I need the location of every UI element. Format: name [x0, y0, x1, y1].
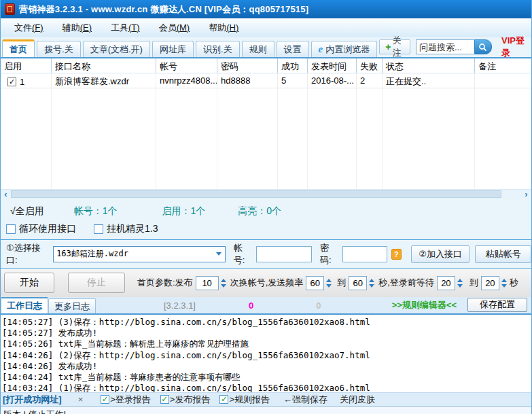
version-label: [3.2.3.1]	[164, 300, 196, 311]
table-empty-area	[1, 88, 531, 189]
force-save-link[interactable]: ←强制保存	[283, 394, 327, 406]
table-header: 启用 接口名称 帐号 密码 成功 发表时间 失败 状态 备注	[1, 58, 531, 73]
checked-checkbox-icon: ✓	[219, 395, 228, 404]
checkbox-icon	[6, 224, 16, 234]
bottom-options-bar: [打开成功网址] × ✓>登录报告 ✓>发布报告 ✓>规则报告 ←强制保存 关闭…	[1, 392, 531, 406]
tab-recognition[interactable]: 识别.关	[196, 41, 240, 57]
checked-checkbox-icon: ✓	[160, 395, 169, 404]
menu-file[interactable]: 文件F	[5, 19, 53, 37]
interface-dropdown[interactable]: 163邮箱注册.wzdr	[53, 246, 226, 262]
tab-home[interactable]: 首页	[2, 39, 35, 57]
row-password: hd8888	[217, 73, 278, 88]
join-interface-button[interactable]: ②加入接口	[411, 245, 470, 263]
col-fail[interactable]: 失败	[357, 58, 383, 73]
wait-from-stepper[interactable]	[457, 279, 463, 288]
row-post-time: 2016-08-...	[308, 73, 357, 88]
row-name: 新浪博客群发.wzdr	[52, 73, 156, 88]
row-index: 1	[20, 77, 24, 87]
col-note[interactable]: 备注	[475, 58, 531, 73]
horizontal-scrollbar[interactable]: ‹ ›	[1, 189, 531, 199]
select-all-toggle[interactable]: √全启用	[10, 205, 44, 218]
search-button[interactable]	[474, 39, 492, 54]
tab-dial[interactable]: 拨号.关	[37, 41, 81, 57]
count-gray: 0	[316, 300, 321, 311]
interface-table: 启用 接口名称 帐号 密码 成功 发表时间 失败 状态 备注 ✓1 新浪博客群发…	[1, 58, 531, 199]
title-bar: 营销神器3.2.3.1 - www.wzdr.cn 微赚达人.CN [VIP会员…	[1, 0, 531, 18]
chevron-down-icon[interactable]	[213, 247, 225, 262]
col-status[interactable]: 状态	[383, 58, 475, 73]
menu-help[interactable]: 帮助H	[199, 19, 248, 37]
count-pink: 0	[249, 300, 253, 311]
tab-builtin-browser[interactable]: e内置浏览器	[311, 41, 378, 57]
close-skin-link[interactable]: 关闭皮肤	[340, 394, 375, 406]
to-label-1: 到	[337, 277, 346, 289]
account-field[interactable]	[256, 246, 312, 262]
scroll-right-icon[interactable]: ›	[521, 190, 531, 199]
tab-article[interactable]: 文章(文档.开)	[83, 41, 150, 57]
freq-to-input[interactable]	[349, 276, 367, 290]
stat-highlight: 高亮：0个	[238, 205, 281, 218]
publish-report-checkbox[interactable]: ✓>发布报告	[160, 394, 211, 406]
log-line: [14:04:24] txt库_当前标题：荨麻疹患者的注意事项有哪些	[2, 372, 530, 383]
loop-interface-checkbox[interactable]: 循环使用接口	[6, 223, 76, 235]
col-name[interactable]: 接口名称	[52, 58, 156, 73]
scroll-left-icon[interactable]: ‹	[1, 190, 11, 199]
col-post-time[interactable]: 发表时间	[308, 58, 357, 73]
stat-enabled: 启用：1个	[162, 205, 205, 218]
menu-bar: 文件F 辅助E 工具T 会员M 帮助H	[1, 18, 531, 38]
stop-button[interactable]: 停止	[68, 273, 125, 293]
open-success-urls-link[interactable]: [打开成功网址]	[3, 394, 62, 406]
follow-button[interactable]: +关注	[379, 39, 410, 54]
start-button[interactable]: 开始	[4, 273, 54, 293]
wait-label: 秒,登录前等待	[378, 277, 434, 289]
col-password[interactable]: 密码	[217, 58, 278, 73]
table-row[interactable]: ✓1 新浪博客群发.wzdr nvnrpzz4808... hd8888 5 2…	[1, 73, 531, 88]
password-field[interactable]	[342, 246, 387, 262]
password-label: 密码:	[320, 242, 340, 266]
tab-work-log[interactable]: 工作日志	[1, 297, 48, 313]
log-line: [14:04:26] (2)保存：http://blog.sina.com.cn…	[2, 350, 530, 361]
log-line: [14:05:27] 发布成功!	[2, 328, 530, 339]
stat-accounts: 帐号：1个	[74, 205, 118, 218]
work-log-area[interactable]: [14:05:27] (3)保存：http://blog.sina.com.cn…	[1, 315, 531, 392]
paste-account-button[interactable]: 粘贴帐号	[475, 245, 531, 263]
close-icon[interactable]: ×	[78, 394, 84, 404]
row-checkbox[interactable]: ✓	[7, 77, 16, 86]
question-search-input[interactable]	[416, 39, 474, 54]
wait-from-input[interactable]	[437, 276, 455, 290]
vip-login-link[interactable]: VIP登录	[501, 35, 526, 59]
tabbar-right-group: +关注 VIP登录	[379, 37, 529, 57]
rule-editor-link[interactable]: >>规则编辑器<<	[392, 299, 457, 311]
help-icon[interactable]: ?	[391, 249, 402, 260]
row-status: 正在提交..	[383, 73, 475, 88]
freq-from-stepper[interactable]	[326, 279, 332, 288]
tab-more-log[interactable]: 更多日志	[48, 298, 96, 313]
publish-count-input[interactable]	[196, 276, 219, 290]
log-line: [14:03:24] (1)保存：http://blog.sina.com.cn…	[2, 383, 530, 392]
save-config-button[interactable]: 保存配置	[467, 298, 527, 312]
rule-report-checkbox[interactable]: ✓>规则报告	[219, 394, 270, 406]
log-line: [14:05:27] (3)保存：http://blog.sina.com.cn…	[2, 317, 530, 328]
freq-to-stepper[interactable]	[369, 279, 374, 288]
col-success[interactable]: 成功	[278, 58, 308, 73]
wait-to-stepper[interactable]	[501, 279, 507, 288]
login-report-checkbox[interactable]: ✓>登录报告	[101, 394, 151, 406]
menu-member[interactable]: 会员M	[149, 19, 200, 37]
search-box	[416, 39, 492, 54]
tab-settings[interactable]: 设置	[277, 41, 309, 57]
publish-count-stepper[interactable]	[221, 279, 226, 288]
main-tab-bar: 首页 拨号.关 文章(文档.开) 网址库 识别.关 规则 设置 e内置浏览器 +…	[1, 38, 531, 58]
menu-tools[interactable]: 工具T	[101, 19, 149, 37]
wait-to-input[interactable]	[481, 276, 499, 290]
freq-from-input[interactable]	[306, 276, 324, 290]
app-icon	[5, 3, 15, 15]
col-enabled[interactable]: 启用	[1, 58, 52, 73]
tab-rules[interactable]: 规则	[242, 41, 274, 57]
tab-url-library[interactable]: 网址库	[152, 41, 194, 57]
col-account[interactable]: 帐号	[156, 58, 217, 73]
menu-assist[interactable]: 辅助E	[53, 19, 101, 37]
plus-icon: +	[385, 41, 391, 52]
scrollbar-thumb[interactable]	[11, 190, 501, 198]
hangup-genie-checkbox[interactable]: 挂机精灵1.3	[94, 223, 158, 235]
interface-select-panel: ①选择接口: 163邮箱注册.wzdr 帐号: 密码: ? ②加入接口 粘贴帐号	[1, 239, 531, 269]
